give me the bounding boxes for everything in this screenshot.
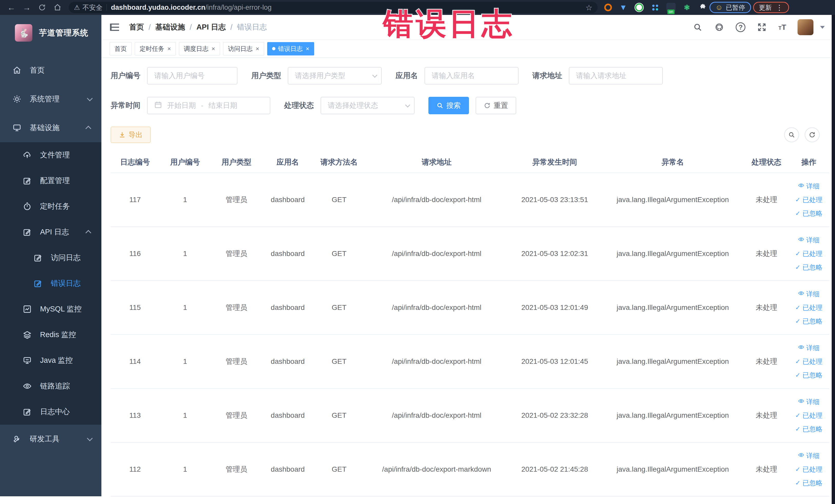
search-button[interactable]: 搜索 (428, 97, 469, 114)
date-range-input[interactable]: 开始日期 - 结束日期 (147, 97, 270, 114)
update-pill[interactable]: 更新 ⋮ (753, 2, 789, 13)
filter-用户编号: 用户编号请输入用户编号 (110, 67, 238, 84)
home-icon[interactable] (51, 2, 64, 13)
status-select[interactable]: 请选择处理状态 (321, 97, 414, 114)
action-已忽略-link[interactable]: ✓已忽略 (795, 263, 822, 272)
close-icon[interactable]: × (167, 45, 171, 53)
caret-down-icon[interactable] (820, 26, 825, 29)
action-已处理-link[interactable]: ✓已处理 (795, 357, 822, 366)
breadcrumb-item[interactable]: API 日志 (196, 22, 226, 32)
star-icon[interactable]: ☆ (586, 3, 592, 12)
search-toggle-icon[interactable] (784, 127, 799, 142)
dot-grid-icon[interactable] (650, 3, 660, 12)
sidebar-item-Java监控[interactable]: Java 监控 (0, 348, 101, 373)
refresh-icon[interactable] (805, 127, 820, 142)
action-详细-link[interactable]: 详细 (798, 398, 820, 406)
tab-访问日志[interactable]: 访问日志× (223, 42, 264, 56)
column-header-处理状态: 处理状态 (745, 152, 788, 173)
sidebar-item-基础设施[interactable]: 基础设施 (0, 114, 101, 142)
github-icon[interactable] (714, 22, 725, 32)
action-已忽略-link[interactable]: ✓已忽略 (795, 479, 822, 488)
puzzles-menu-icon[interactable] (698, 3, 708, 12)
action-已忽略-link[interactable]: ✓已忽略 (795, 371, 822, 380)
kebab-menu-icon[interactable]: ⋮ (776, 3, 783, 12)
action-详细-link[interactable]: 详细 (798, 182, 820, 191)
sidebar-item-配置管理[interactable]: 配置管理 (0, 168, 101, 194)
cell-日志编号: 115 (110, 281, 159, 335)
font-size-icon[interactable]: TT (778, 23, 786, 32)
log-icon (33, 279, 43, 288)
input-用户编号[interactable]: 请输入用户编号 (147, 67, 238, 84)
sidebar-item-研发工具[interactable]: 研发工具 (0, 425, 101, 453)
blue-drop-icon[interactable]: ▼ (618, 3, 628, 12)
scrollbar[interactable] (832, 15, 835, 504)
view-icon (798, 398, 804, 406)
fullscreen-icon[interactable] (757, 22, 767, 32)
reload-icon[interactable] (36, 2, 49, 13)
check-icon: ✓ (795, 250, 800, 257)
hamburger-icon[interactable] (109, 22, 121, 32)
security-chip[interactable]: ⚠ 不安全 (74, 3, 102, 12)
sidebar-item-日志中心[interactable]: 日志中心 (0, 399, 101, 425)
action-详细-link[interactable]: 详细 (798, 236, 820, 245)
back-arrow-icon[interactable]: ← (5, 2, 18, 13)
sidebar-item-Redis监控[interactable]: Redis 监控 (0, 322, 101, 348)
breadcrumb-item[interactable]: 基础设施 (155, 22, 185, 32)
cell-用户类型: 管理员 (211, 335, 262, 388)
breadcrumb-item: 错误日志 (237, 22, 267, 32)
green-leaf-icon[interactable]: ❃ (682, 3, 692, 12)
sidebar-item-API日志[interactable]: API 日志 (0, 219, 101, 245)
action-已处理-link[interactable]: ✓已处理 (795, 303, 822, 312)
forward-arrow-icon[interactable]: → (20, 2, 33, 13)
search-icon[interactable] (693, 22, 703, 32)
app-logo-row[interactable]: 芋道管理系统 (0, 15, 101, 49)
input-请求地址[interactable]: 请输入请求地址 (569, 67, 663, 84)
reset-button[interactable]: 重置 (476, 97, 516, 114)
close-icon[interactable]: × (306, 45, 309, 53)
action-已处理-link[interactable]: ✓已处理 (795, 195, 822, 204)
close-icon[interactable]: × (211, 45, 215, 53)
sidebar-item-系统管理[interactable]: 系统管理 (0, 85, 101, 114)
paused-pill[interactable]: ☺ 已暂停 (710, 2, 751, 13)
sidebar-item-MySQL监控[interactable]: MySQL 监控 (0, 296, 101, 322)
breadcrumb-item[interactable]: 首页 (129, 22, 144, 32)
orange-ring-icon[interactable] (604, 4, 612, 11)
export-button[interactable]: 导出 (110, 126, 151, 143)
action-label: 详细 (806, 236, 820, 245)
help-icon[interactable]: ? (736, 22, 746, 32)
address-bar[interactable]: ⚠ 不安全 dashboard.yudao.iocoder.cn/infra/l… (69, 2, 597, 13)
tab-定时任务[interactable]: 定时任务× (135, 42, 176, 56)
input-应用名[interactable]: 请输入应用名 (425, 67, 518, 84)
tab-错误日志[interactable]: 错误日志× (267, 42, 314, 56)
filter-label: 应用名 (395, 70, 418, 81)
avatar[interactable] (797, 19, 813, 35)
sidebar-item-链路追踪[interactable]: 链路追踪 (0, 373, 101, 399)
action-已处理-link[interactable]: ✓已处理 (795, 249, 822, 258)
emoji-icon: ☺ (715, 3, 723, 12)
green-disc-icon[interactable] (634, 3, 644, 12)
table-body: 1171管理员dashboardGET/api/infra/db-doc/exp… (110, 173, 829, 496)
sidebar-item-定时任务[interactable]: 定时任务 (0, 194, 101, 219)
action-已处理-link[interactable]: ✓已处理 (795, 465, 822, 474)
tab-调度日志[interactable]: 调度日志× (179, 42, 220, 56)
table-toolbar: 导出 (110, 126, 827, 143)
action-已忽略-link[interactable]: ✓已忽略 (795, 209, 822, 218)
sidebar-item-首页[interactable]: 首页 (0, 56, 101, 85)
tab-首页[interactable]: 首页 (109, 42, 132, 56)
filter-label: 异常时间 (110, 100, 140, 110)
close-icon[interactable]: × (256, 45, 259, 53)
cell-操作: 详细✓已处理✓已忽略 (788, 442, 829, 496)
action-详细-link[interactable]: 详细 (798, 344, 820, 352)
adblock-on-icon[interactable]: on (666, 3, 676, 12)
action-已忽略-link[interactable]: ✓已忽略 (795, 425, 822, 434)
sidebar-item-文件管理[interactable]: 文件管理 (0, 142, 101, 168)
action-详细-link[interactable]: 详细 (798, 289, 820, 299)
sidebar-item-错误日志[interactable]: 错误日志 (0, 270, 101, 296)
action-详细-link[interactable]: 详细 (798, 451, 820, 460)
action-已处理-link[interactable]: ✓已处理 (795, 411, 822, 420)
sidebar-item-访问日志[interactable]: 访问日志 (0, 245, 101, 270)
export-button-label: 导出 (128, 130, 142, 139)
select-用户类型[interactable]: 请选择用户类型 (288, 67, 382, 84)
action-label: 已忽略 (802, 317, 822, 326)
action-已忽略-link[interactable]: ✓已忽略 (795, 317, 822, 326)
